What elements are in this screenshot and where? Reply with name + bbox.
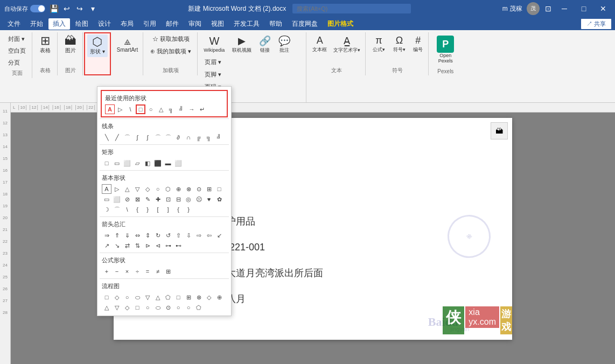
flow-17[interactable]: ○ — [143, 303, 152, 312]
flow-9[interactable]: ⊞ — [184, 292, 193, 302]
basic-14[interactable]: ⬜ — [112, 194, 122, 204]
basic-20[interactable]: ⊟ — [173, 194, 183, 204]
line-11[interactable]: ╗ — [204, 132, 214, 142]
basic-25[interactable]: ☽ — [102, 205, 111, 214]
line-9[interactable]: ∩ — [184, 132, 193, 142]
menu-item-view[interactable]: 视图 — [207, 18, 228, 30]
arrow-16[interactable]: ⇅ — [132, 241, 142, 250]
basic-12[interactable]: □ — [214, 184, 224, 194]
table-button[interactable]: ⊞ 表格 — [36, 33, 55, 56]
menu-item-draw[interactable]: 绘图 — [71, 18, 93, 30]
formula-7[interactable]: ⊞ — [163, 267, 173, 276]
flow-15[interactable]: ◇ — [122, 303, 132, 312]
menu-item-home[interactable]: 开始 — [26, 18, 47, 30]
share-button[interactable]: ↗ 共享 — [581, 18, 612, 30]
menu-item-help[interactable]: 帮助 — [265, 18, 286, 30]
page-break-button[interactable]: 分页 — [4, 57, 30, 68]
line-5[interactable]: ∫ — [143, 132, 152, 142]
formula-2[interactable]: − — [112, 267, 122, 276]
arrow-14[interactable]: ↘ — [112, 241, 122, 250]
formula-button[interactable]: π 公式▾ — [369, 33, 388, 55]
basic-16[interactable]: ⊠ — [132, 194, 142, 204]
arrow-8[interactable]: ⇧ — [173, 230, 183, 240]
arrow-20[interactable]: ⊷ — [173, 241, 183, 250]
menu-item-mail[interactable]: 邮件 — [162, 18, 183, 30]
rect-1[interactable]: □ — [102, 158, 111, 168]
user-avatar[interactable]: 茂 — [527, 2, 540, 15]
shape-corner-tr[interactable]: ╗ — [166, 104, 176, 114]
basic-13[interactable]: ▭ — [102, 194, 111, 204]
flow-20[interactable]: ○ — [173, 303, 183, 312]
shapes-button[interactable]: ⬡ 形状 ▾ — [87, 34, 108, 57]
basic-22[interactable]: ☹ — [194, 194, 204, 204]
basic-10[interactable]: ⊙ — [194, 184, 204, 194]
flow-1[interactable]: □ — [102, 292, 111, 302]
fullscreen-icon[interactable]: ⊡ — [544, 4, 553, 13]
minimize-button[interactable]: ─ — [557, 1, 572, 16]
footer-button[interactable]: 页脚 ▾ — [201, 69, 304, 80]
flow-8[interactable]: □ — [173, 292, 183, 302]
menu-item-file[interactable]: 文件 — [3, 18, 25, 30]
rect-4[interactable]: ▱ — [132, 158, 142, 168]
arrow-7[interactable]: ↺ — [163, 230, 173, 240]
arrow-13[interactable]: ↗ — [102, 241, 111, 250]
line-8[interactable]: ∂ — [173, 132, 183, 142]
flow-21[interactable]: ○ — [184, 303, 193, 312]
basic-26[interactable]: ⌒ — [112, 205, 122, 214]
line-4[interactable]: ∫ — [132, 132, 142, 142]
line-1[interactable]: ╲ — [102, 132, 111, 142]
arrow-4[interactable]: ⇔ — [132, 230, 142, 240]
shape-arrow[interactable]: → — [187, 104, 197, 114]
arrow-17[interactable]: ⊳ — [143, 241, 152, 250]
shape-line-diag[interactable]: \ — [125, 104, 135, 114]
flow-3[interactable]: ○ — [122, 292, 132, 302]
arrow-6[interactable]: ↻ — [153, 230, 163, 240]
close-button[interactable]: ✕ — [596, 1, 611, 16]
basic-1[interactable]: A — [102, 184, 111, 194]
arrow-11[interactable]: ⇦ — [204, 230, 214, 240]
arrow-10[interactable]: ⇨ — [194, 230, 204, 240]
formula-4[interactable]: ÷ — [132, 267, 142, 276]
line-12[interactable]: ╝ — [214, 132, 224, 142]
basic-19[interactable]: ⊡ — [163, 194, 173, 204]
formula-5[interactable]: = — [143, 267, 152, 276]
basic-21[interactable]: ◎ — [184, 194, 193, 204]
arrow-19[interactable]: ⊶ — [163, 241, 173, 250]
formula-1[interactable]: + — [102, 267, 111, 276]
picture-button[interactable]: 🏔 图片 — [61, 33, 80, 56]
basic-30[interactable]: [ — [153, 205, 163, 214]
basic-17[interactable]: ✎ — [143, 194, 152, 204]
basic-18[interactable]: ✚ — [153, 194, 163, 204]
line-6[interactable]: ⌒ — [153, 132, 163, 142]
rect-3[interactable]: ⬜ — [122, 158, 132, 168]
undo-icon[interactable]: ↩ — [62, 4, 71, 13]
basic-27[interactable]: \ — [122, 205, 132, 214]
flow-13[interactable]: △ — [102, 303, 111, 312]
line-7[interactable]: ⌒ — [163, 132, 173, 142]
maximize-button[interactable]: □ — [576, 1, 591, 16]
rect-5[interactable]: ◧ — [143, 158, 152, 168]
flow-11[interactable]: ◇ — [204, 292, 214, 302]
more-commands-icon[interactable]: ▾ — [88, 4, 97, 13]
redo-icon[interactable]: ↪ — [75, 4, 84, 13]
flow-4[interactable]: ⬭ — [132, 292, 142, 302]
rect-7[interactable]: ▬ — [163, 158, 173, 168]
shape-circle[interactable]: ○ — [146, 104, 156, 114]
menu-item-insert[interactable]: 插入 — [48, 18, 70, 30]
shape-rect[interactable]: □ — [136, 104, 145, 114]
flow-19[interactable]: ⊙ — [163, 303, 173, 312]
arrow-5[interactable]: ⇕ — [143, 230, 152, 240]
online-video-button[interactable]: ▶ 联机视频 — [229, 33, 254, 55]
arrow-12[interactable]: ↙ — [214, 230, 224, 240]
flow-14[interactable]: ▽ — [112, 303, 122, 312]
smartart-button[interactable]: ⟁ SmartArt — [114, 33, 141, 54]
cover-page-button[interactable]: 封面 ▾ — [4, 33, 30, 45]
formula-6[interactable]: ≠ — [153, 267, 163, 276]
arrow-15[interactable]: ⇄ — [122, 241, 132, 250]
arrow-3[interactable]: ⇓ — [122, 230, 132, 240]
flow-2[interactable]: ◇ — [112, 292, 122, 302]
flow-22[interactable]: ⬠ — [194, 303, 204, 312]
flow-5[interactable]: ▽ — [143, 292, 152, 302]
shape-triangle[interactable]: △ — [156, 104, 166, 114]
basic-6[interactable]: ○ — [153, 184, 163, 194]
